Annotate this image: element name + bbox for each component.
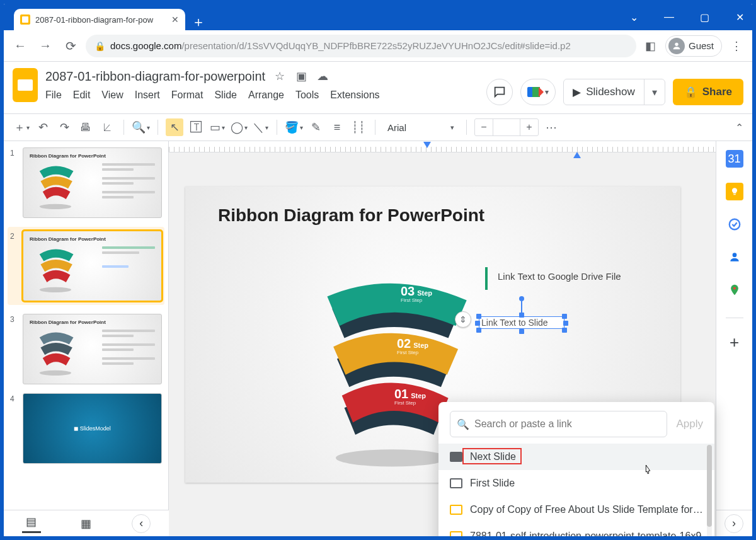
panel-toggle-icon[interactable]: ◧: [641, 39, 660, 53]
slide-text-top[interactable]: Link Text to Google Drive File: [498, 271, 621, 282]
link-item-next-slide[interactable]: Next Slide: [438, 444, 714, 470]
slide-thumbnail-3[interactable]: Ribbon Diagram for PowerPoint: [23, 314, 162, 384]
nav-reload-button[interactable]: ⟳: [60, 36, 81, 56]
svg-point-7: [733, 287, 735, 289]
apply-link-button[interactable]: Apply: [676, 418, 703, 430]
browser-tab[interactable]: 2087-01-ribbon-diagram-for-pow ✕: [14, 9, 185, 30]
menu-slide[interactable]: Slide: [214, 89, 237, 101]
menu-view[interactable]: View: [101, 89, 123, 101]
font-size-value[interactable]: [493, 119, 520, 135]
zoom-button[interactable]: 🔍: [132, 118, 150, 136]
slides-logo: [13, 68, 38, 102]
shape-tool[interactable]: ◯: [230, 118, 248, 136]
new-slide-button[interactable]: ＋: [13, 118, 30, 136]
meet-button[interactable]: ▾: [520, 79, 556, 105]
window-maximize-button[interactable]: ▢: [697, 11, 712, 23]
close-tab-icon[interactable]: ✕: [171, 14, 179, 25]
address-bar[interactable]: 🔒 docs.google.com/presentation/d/1SsVVQd…: [86, 35, 636, 57]
cursor-pointer-icon: [641, 464, 655, 483]
star-icon[interactable]: ☆: [273, 69, 287, 83]
divider-line: [485, 267, 488, 290]
decrease-button[interactable]: −: [475, 119, 493, 135]
cloud-status-icon[interactable]: ☁: [316, 69, 329, 83]
menu-file[interactable]: File: [45, 89, 62, 101]
image-tool[interactable]: ▭: [209, 118, 226, 136]
filmstrip-view-button[interactable]: ▤: [22, 514, 41, 533]
line-tool[interactable]: ＼: [251, 118, 269, 136]
profile-chip[interactable]: Guest: [665, 35, 722, 57]
slide-icon: [450, 478, 462, 488]
svg-point-2: [40, 287, 71, 292]
toolbar: ＋ ↶ ↷ 🖶 ⟀ 🔍 ↖ 🅃 ▭ ◯ ＼ 🪣 ✎ ≡ ┊┊ Arial▾ −: [4, 113, 752, 141]
print-button[interactable]: 🖶: [77, 118, 94, 136]
thumb-number: 1: [10, 147, 18, 218]
thumb-number: 2: [10, 231, 18, 301]
menu-edit[interactable]: Edit: [73, 89, 91, 101]
slideshow-dropdown[interactable]: ▾: [644, 86, 665, 98]
slides-file-icon: [450, 505, 462, 515]
border-dash-button[interactable]: ┊┊: [350, 118, 367, 136]
redo-button[interactable]: ↷: [55, 118, 73, 136]
link-item-first-slide[interactable]: First Slide: [438, 470, 714, 497]
tasks-icon[interactable]: [726, 215, 743, 233]
meet-icon: [527, 84, 542, 100]
menu-extensions[interactable]: Extensions: [330, 89, 379, 101]
thumb-number: 4: [10, 393, 18, 464]
tab-title: 2087-01-ribbon-diagram-for-pow: [35, 15, 166, 25]
slide-thumbnail-4[interactable]: ◼ SlidesModel: [23, 393, 162, 464]
drag-handle-icon[interactable]: ⇕: [455, 311, 471, 328]
menu-tools[interactable]: Tools: [295, 89, 319, 101]
slide-thumbnail-2[interactable]: Ribbon Diagram for PowerPoint: [23, 231, 162, 301]
window-close-button[interactable]: ✕: [732, 11, 747, 23]
move-icon[interactable]: ▣: [294, 69, 308, 83]
fill-color-button[interactable]: 🪣: [285, 118, 303, 136]
svg-point-3: [40, 371, 71, 376]
contacts-icon[interactable]: [726, 248, 743, 266]
window-arrow-icon[interactable]: ⌄: [626, 11, 641, 23]
menu-format[interactable]: Format: [171, 89, 203, 101]
keep-icon[interactable]: [726, 183, 743, 200]
more-tools-button[interactable]: ⋯: [542, 118, 560, 136]
menu-arrange[interactable]: Arrange: [248, 89, 284, 101]
new-tab-button[interactable]: ＋: [192, 13, 205, 32]
link-item-drive-1[interactable]: Copy of Copy of Free About Us Slide Temp…: [438, 497, 714, 523]
paint-format-button[interactable]: ⟀: [98, 118, 116, 136]
link-suggestions-list: Next Slide First Slide Copy of Copy of F…: [438, 444, 714, 536]
document-title[interactable]: 2087-01-ribbon-diagram-for-powerpoint: [45, 69, 265, 84]
nav-back-button[interactable]: ←: [10, 36, 30, 56]
comments-button[interactable]: [486, 79, 513, 105]
menu-bar: File Edit View Insert Format Slide Arran…: [45, 86, 479, 101]
hide-side-panel-button[interactable]: ›: [724, 514, 743, 533]
maps-icon[interactable]: [726, 281, 743, 299]
link-item-drive-2[interactable]: 7881-01-self-introduction-powerpoint-tem…: [438, 523, 714, 536]
popup-scrollbar[interactable]: [707, 445, 712, 536]
svg-point-1: [40, 204, 71, 209]
insert-link-popup: 🔍 Apply Next Slide First Slide Copy of: [438, 402, 714, 536]
link-search-input[interactable]: [474, 418, 660, 430]
font-size-stepper[interactable]: − +: [474, 118, 539, 136]
grid-view-button[interactable]: ▦: [77, 514, 96, 533]
undo-button[interactable]: ↶: [34, 118, 52, 136]
border-weight-button[interactable]: ≡: [328, 118, 346, 136]
menu-insert[interactable]: Insert: [135, 89, 160, 101]
nav-forward-button[interactable]: →: [35, 36, 55, 56]
border-color-button[interactable]: ✎: [307, 118, 324, 136]
calendar-icon[interactable]: 31: [726, 150, 743, 168]
collapse-toolbar-button[interactable]: ⌃: [735, 122, 743, 134]
increase-button[interactable]: +: [520, 119, 538, 135]
slideshow-button[interactable]: ▶Slideshow ▾: [563, 79, 665, 105]
select-tool[interactable]: ↖: [166, 118, 183, 136]
selected-textbox[interactable]: Link Text to Slide: [479, 316, 564, 329]
chrome-menu-icon[interactable]: ⋮: [727, 39, 746, 53]
get-addons-button[interactable]: +: [726, 333, 743, 351]
thumb-number: 3: [10, 314, 18, 384]
textbox-tool[interactable]: 🅃: [187, 118, 205, 136]
slide-title[interactable]: Ribbon Diagram for PowerPoint: [218, 205, 484, 226]
share-button[interactable]: 🔒Share: [673, 79, 743, 105]
link-search-field[interactable]: 🔍: [450, 411, 667, 437]
font-selector[interactable]: Arial▾: [383, 118, 459, 136]
window-minimize-button[interactable]: ―: [662, 11, 677, 23]
slides-favicon: [20, 14, 30, 25]
collapse-filmstrip-button[interactable]: ‹: [132, 514, 151, 533]
slide-thumbnail-1[interactable]: Ribbon Diagram for PowerPoint: [23, 147, 162, 218]
